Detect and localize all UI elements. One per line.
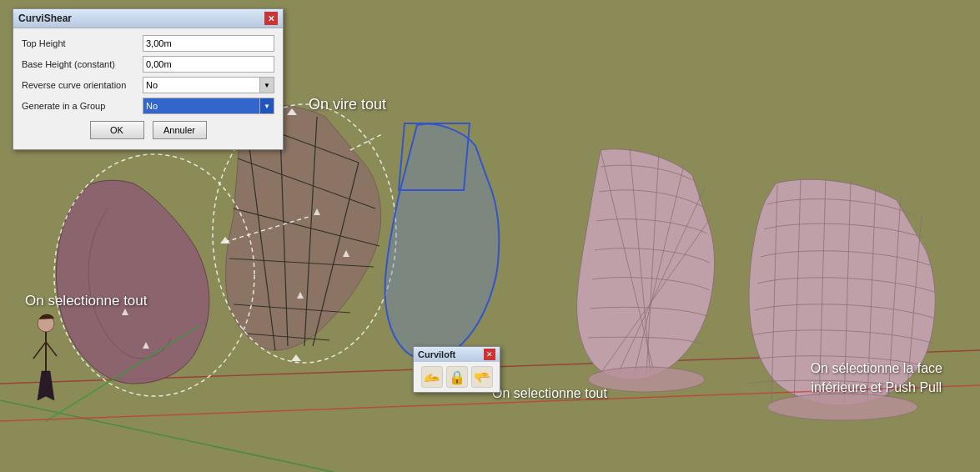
svg-line-23 bbox=[634, 165, 684, 375]
svg-line-22 bbox=[646, 152, 659, 375]
svg-line-27 bbox=[771, 185, 777, 402]
reverse-curve-select-wrapper: No Yes ▼ bbox=[143, 77, 274, 93]
svg-line-2 bbox=[246, 121, 275, 350]
curviloft-dialog: Curviloft ✕ 🫴 🔒 🫳 bbox=[413, 346, 500, 393]
annotation-push-pull: On sélectionne la faceinférieure et Push… bbox=[811, 359, 942, 397]
svg-line-13 bbox=[225, 217, 309, 242]
svg-line-5 bbox=[313, 163, 359, 346]
svg-line-31 bbox=[867, 183, 876, 402]
svg-line-38 bbox=[46, 342, 57, 356]
annotation-vire-tout: On vire tout bbox=[309, 96, 386, 113]
svg-marker-43 bbox=[314, 208, 320, 215]
curviloft-icon-2[interactable]: 🔒 bbox=[446, 366, 468, 388]
svg-point-35 bbox=[38, 315, 54, 332]
svg-marker-45 bbox=[297, 292, 304, 299]
svg-line-11 bbox=[246, 334, 329, 340]
base-height-input[interactable] bbox=[143, 56, 274, 73]
svg-line-37 bbox=[33, 342, 46, 359]
reverse-curve-label: Reverse curve orientation bbox=[22, 80, 143, 90]
svg-line-10 bbox=[234, 304, 350, 313]
curviloft-body: 🫴 🔒 🫳 bbox=[414, 362, 500, 392]
svg-line-21 bbox=[630, 148, 651, 375]
annotation-select-all-right: On selectionne tout bbox=[492, 386, 607, 401]
dialog-close-button[interactable]: ✕ bbox=[264, 12, 278, 25]
svg-marker-16 bbox=[220, 237, 230, 244]
generate-group-select[interactable]: No Yes bbox=[143, 98, 274, 114]
svg-line-24 bbox=[617, 188, 705, 375]
annuler-button[interactable]: Annuler bbox=[153, 121, 207, 139]
generate-group-select-wrapper: No Yes ▼ bbox=[143, 98, 274, 114]
curvishear-dialog: CurviShear ✕ Top Height Base Height (con… bbox=[13, 8, 284, 150]
dialog-buttons: OK Annuler bbox=[22, 121, 274, 139]
svg-marker-17 bbox=[287, 108, 297, 115]
generate-group-label: Generate in a Group bbox=[22, 101, 143, 111]
top-height-row: Top Height bbox=[22, 35, 274, 52]
dialog-body: Top Height Base Height (constant) Revers… bbox=[13, 28, 283, 149]
svg-rect-19 bbox=[399, 123, 470, 190]
svg-marker-18 bbox=[291, 354, 301, 361]
top-height-input[interactable] bbox=[143, 35, 274, 52]
svg-line-8 bbox=[234, 208, 379, 246]
curviloft-icon-3[interactable]: 🫳 bbox=[471, 366, 493, 388]
svg-line-28 bbox=[794, 179, 801, 404]
reverse-curve-row: Reverse curve orientation No Yes ▼ bbox=[22, 77, 274, 93]
svg-line-39 bbox=[46, 325, 200, 421]
base-height-label: Base Height (constant) bbox=[22, 59, 143, 69]
svg-line-29 bbox=[819, 178, 826, 405]
svg-line-9 bbox=[229, 259, 374, 267]
svg-point-34 bbox=[767, 394, 917, 420]
svg-line-15 bbox=[350, 133, 384, 150]
svg-line-1 bbox=[0, 400, 334, 472]
dialog-title: CurviShear bbox=[18, 13, 72, 24]
annotation-select-all-left: On selectionne tout bbox=[25, 293, 147, 309]
generate-group-row: Generate in a Group No Yes ▼ bbox=[22, 98, 274, 114]
svg-line-30 bbox=[844, 179, 851, 404]
svg-line-20 bbox=[601, 150, 655, 375]
top-height-label: Top Height bbox=[22, 38, 143, 48]
svg-point-26 bbox=[588, 367, 705, 392]
curviloft-titlebar: Curviloft ✕ bbox=[414, 347, 500, 362]
curviloft-title: Curviloft bbox=[418, 349, 455, 359]
svg-line-25 bbox=[601, 217, 711, 374]
reverse-curve-select[interactable]: No Yes bbox=[143, 77, 274, 93]
svg-line-7 bbox=[238, 158, 375, 208]
dialog-titlebar: CurviShear ✕ bbox=[13, 9, 283, 28]
base-height-row: Base Height (constant) bbox=[22, 56, 274, 73]
svg-line-4 bbox=[304, 117, 317, 346]
svg-point-12 bbox=[54, 154, 254, 396]
svg-marker-46 bbox=[122, 309, 128, 315]
svg-line-33 bbox=[907, 215, 922, 388]
svg-marker-44 bbox=[343, 250, 349, 257]
ok-button[interactable]: OK bbox=[90, 121, 144, 139]
svg-line-32 bbox=[888, 196, 901, 397]
svg-marker-47 bbox=[143, 342, 149, 349]
curviloft-close-button[interactable]: ✕ bbox=[484, 349, 495, 360]
curviloft-icon-1[interactable]: 🫴 bbox=[421, 366, 443, 388]
